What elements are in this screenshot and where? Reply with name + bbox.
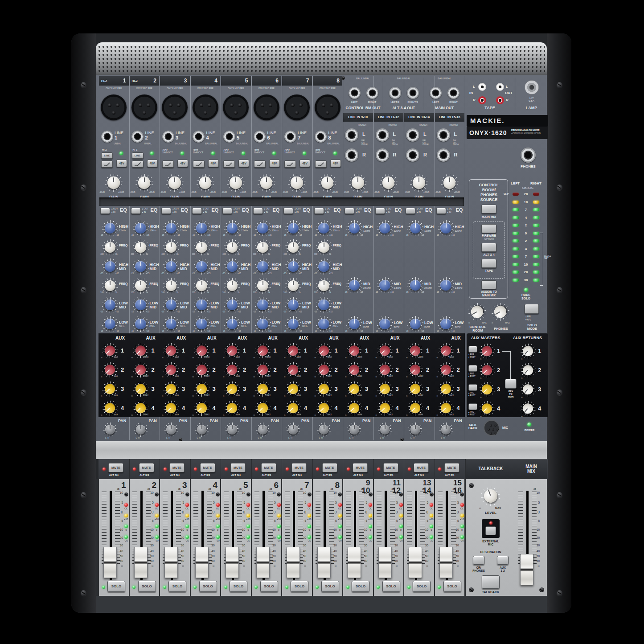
phantom-48v-button[interactable]: 48V [299,160,310,167]
gain-knob[interactable] [380,174,398,192]
mute-button[interactable]: MUTE [169,463,185,472]
eq-in-out-button[interactable] [161,208,171,214]
eq-in-out-button[interactable] [375,208,385,214]
pan-knob[interactable] [347,422,361,437]
aux-master-prepost-button[interactable] [468,384,477,391]
solo-button[interactable]: SOLO [168,581,186,592]
solo-button[interactable]: SOLO [382,581,400,592]
phantom-48v-button[interactable]: 48V [177,160,188,167]
aux-master-knob[interactable] [480,363,495,378]
talkback-button[interactable] [482,575,500,589]
low-cut-button[interactable] [315,160,327,168]
source-alt34-button[interactable] [481,243,496,252]
gain-knob[interactable] [319,174,336,192]
solo-button[interactable]: SOLO [138,581,156,592]
mute-button[interactable]: MUTE [444,463,459,472]
eq-in-out-button[interactable] [100,208,110,214]
fader-cap[interactable] [348,547,361,578]
phantom-48v-button[interactable]: 48V [269,160,280,167]
gain-knob[interactable] [288,174,306,192]
fader-cap[interactable] [317,547,331,578]
phantom-48v-button[interactable]: 48V [147,160,158,167]
pan-knob[interactable] [286,422,300,437]
pan-knob[interactable] [256,422,270,437]
phones-knob[interactable] [492,303,509,321]
eq-in-out-button[interactable] [436,208,446,214]
mute-button[interactable]: MUTE [322,463,337,472]
low-cut-button[interactable] [254,160,266,168]
eq-in-out-button[interactable] [222,208,232,214]
solo-button[interactable]: SOLO [260,581,278,592]
fader-cap[interactable] [287,547,300,578]
gain-knob[interactable] [258,174,275,192]
eq-in-out-button[interactable] [192,208,202,214]
eq-in-out-button[interactable] [283,208,293,214]
fader-cap[interactable] [103,547,117,578]
source-main-mix-button[interactable] [481,205,496,213]
eq-in-out-button[interactable] [253,208,263,214]
eq-in-out-button[interactable] [131,208,141,214]
dest-cr-phones-button[interactable] [473,556,484,565]
aux-master-prepost-button[interactable] [468,403,477,410]
solo-button[interactable]: SOLO [291,581,308,592]
control-room-knob[interactable] [468,303,486,321]
aux-return-knob[interactable] [521,363,536,378]
aux-return-knob[interactable] [521,401,536,416]
assign-to-main-mix-button[interactable] [481,280,496,289]
mute-button[interactable]: MUTE [414,463,429,472]
eq-in-out-button[interactable] [406,208,415,214]
talkback-level-knob[interactable] [481,486,500,506]
pan-knob[interactable] [103,422,117,437]
low-cut-button[interactable] [132,160,144,168]
aux-master-prepost-button[interactable] [468,365,477,372]
solo-button[interactable]: SOLO [413,581,431,592]
pan-knob[interactable] [408,422,422,437]
low-cut-button[interactable] [284,160,296,168]
efx-to-mon-button[interactable] [505,379,517,389]
solo-mode-button[interactable] [525,304,539,314]
source-firewire-button[interactable] [481,224,496,233]
mute-button[interactable]: MUTE [353,463,368,472]
mute-button[interactable]: MUTE [261,463,276,472]
mute-button[interactable]: MUTE [108,463,123,472]
solo-button[interactable]: SOLO [230,581,247,592]
hiz-line-button[interactable]: LINE [132,152,144,159]
fader-cap[interactable] [164,547,178,578]
pan-knob[interactable] [164,422,178,437]
phantom-48v-button[interactable]: 48V [238,160,249,167]
aux-master-prepost-button[interactable] [468,346,477,353]
pan-knob[interactable] [134,422,148,437]
gain-knob[interactable] [166,174,184,192]
solo-button[interactable]: SOLO [321,581,339,592]
aux-master-knob[interactable] [480,382,495,397]
fader-cap[interactable] [256,547,270,578]
pan-knob[interactable] [317,422,331,437]
source-tape-button[interactable] [481,259,496,268]
fader-cap[interactable] [226,547,239,578]
phantom-48v-button[interactable]: 48V [116,160,127,167]
mute-button[interactable]: MUTE [139,463,154,472]
eq-in-out-button[interactable] [314,208,324,214]
gain-knob[interactable] [135,174,153,192]
phantom-48v-button[interactable]: 48V [330,160,341,167]
low-cut-button[interactable] [162,160,174,168]
solo-button[interactable]: SOLO [352,581,369,592]
fader-cap[interactable] [378,547,392,578]
aux-return-knob[interactable] [521,344,536,359]
pan-knob[interactable] [378,422,392,437]
fader-cap[interactable] [439,547,453,578]
aux-master-knob[interactable] [480,401,495,416]
fader-cap[interactable] [520,554,533,585]
dest-aux12-button[interactable] [497,556,509,565]
fader-cap[interactable] [134,547,148,578]
pan-knob[interactable] [439,422,453,437]
solo-button[interactable]: SOLO [107,581,125,592]
aux-master-knob[interactable] [480,344,495,359]
mute-button[interactable]: MUTE [383,463,398,472]
pan-knob[interactable] [195,422,209,437]
gain-knob[interactable] [197,174,214,192]
eq-in-out-button[interactable] [345,208,354,214]
gain-knob[interactable] [227,174,245,192]
gain-knob[interactable] [410,174,428,192]
gain-knob[interactable] [441,174,459,192]
